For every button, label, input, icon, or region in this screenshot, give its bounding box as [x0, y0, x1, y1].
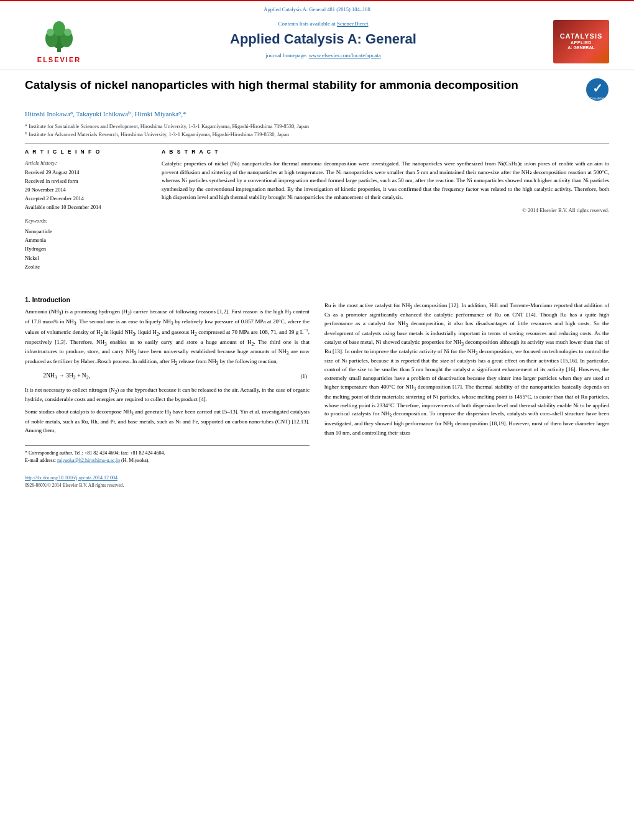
sciencedirect-url[interactable]: ScienceDirect: [337, 21, 368, 27]
affiliation-b: ᵇ Institute for Advanced Materials Resea…: [25, 131, 609, 139]
email-note: E-mail address: miyaoka@h2.hiroshima-u.a…: [25, 457, 310, 464]
abstract-copyright: © 2014 Elsevier B.V. All rights reserved…: [162, 207, 609, 215]
svg-point-4: [53, 21, 65, 36]
abstract-text: Catalytic properties of nickel (Ni) nano…: [162, 160, 609, 202]
article-header: Catalysis of nickel nanoparticles with h…: [0, 70, 634, 143]
keyword-5: Zeolite: [25, 262, 139, 271]
journal-homepage-url[interactable]: www.elsevier.com/locate/apcata: [309, 52, 381, 58]
section1-number: 1.: [25, 296, 30, 303]
received-revised-label: Received in revised form: [25, 178, 139, 185]
keyword-4: Nickel: [25, 254, 139, 262]
svg-point-5: [47, 29, 54, 36]
keyword-2: Ammonia: [25, 236, 139, 244]
elsevier-logo: ELSEVIER: [25, 20, 93, 65]
journal-center: Contents lists available at ScienceDirec…: [93, 20, 553, 60]
footer-bar: http://dx.doi.org/10.1016/j.apcata.2014.…: [25, 471, 310, 493]
keyword-3: Hydrogen: [25, 244, 139, 253]
catalysis-logo: CATALYSIS APPLIED A: GENERAL: [553, 20, 609, 63]
svg-text:✓: ✓: [592, 81, 603, 95]
affiliations: ᵃ Institute for Sustainable Sciences and…: [25, 122, 609, 139]
journal-header: Applied Catalysis A: General 481 (2015) …: [0, 0, 634, 65]
intro-para-2: It is not necessary to collect nitrogen …: [25, 386, 310, 435]
keywords-list: Nanoparticle Ammonia Hydrogen Nickel Zeo…: [25, 227, 139, 272]
affiliation-a: ᵃ Institute for Sustainable Sciences and…: [25, 122, 609, 131]
received-date: Received 29 August 2014: [25, 169, 139, 177]
elsevier-tree-icon: [40, 20, 78, 54]
intro-text-3: Some studies about catalysts to decompos…: [25, 408, 310, 435]
corresponding-author-note: * Corresponding author. Tel.: +81 82 424…: [25, 450, 310, 457]
catalysis-logo-text: CATALYSIS APPLIED A: GENERAL: [560, 32, 603, 51]
elsevier-label: ELSEVIER: [37, 55, 81, 65]
crossmark-icon: ✓ CrossMark: [586, 78, 609, 101]
crossmark-area: ✓ CrossMark: [586, 78, 609, 104]
available-online-date: Available online 10 December 2014: [25, 204, 139, 211]
equation-1: 2NH3 → 3H2 + N2, (1): [25, 372, 310, 381]
article-body: A R T I C L E I N F O Article history: R…: [0, 143, 634, 277]
journal-top-bar: ELSEVIER Contents lists available at Sci…: [25, 16, 609, 65]
history-label: Article history:: [25, 160, 139, 167]
journal-title-header: Applied Catalysis A: General: [106, 30, 541, 49]
journal-homepage-link: journal homepage: www.elsevier.com/locat…: [106, 52, 541, 60]
intro-text-2: It is not necessary to collect nitrogen …: [25, 386, 310, 404]
accepted-date: Accepted 2 December 2014: [25, 195, 139, 203]
keyword-1: Nanoparticle: [25, 227, 139, 236]
article-history-block: Article history: Received 29 August 2014…: [25, 160, 139, 211]
keywords-label: Keywords:: [25, 218, 139, 225]
equation-number-1: (1): [301, 372, 310, 381]
intro-para-1: Ammonia (NH3) is a promising hydrogen (H…: [25, 308, 310, 367]
abstract-col: A B S T R A C T Catalytic properties of …: [149, 143, 609, 277]
section1-title: Introduction: [32, 296, 70, 303]
intro-text-1: Ammonia (NH3) is a promising hydrogen (H…: [25, 308, 310, 367]
doi-link[interactable]: http://dx.doi.org/10.1016/j.apcata.2014.…: [25, 474, 310, 481]
footnote-area: * Corresponding author. Tel.: +81 82 424…: [25, 445, 310, 464]
doi-url[interactable]: http://dx.doi.org/10.1016/j.apcata.2014.…: [25, 475, 117, 481]
citation-bar: Applied Catalysis A: General 481 (2015) …: [25, 6, 609, 14]
col-left: 1. Introduction Ammonia (NH3) is a promi…: [25, 288, 310, 493]
col-right: Ru is the most active catalyst for NH3 d…: [324, 288, 609, 493]
page-wrapper: Applied Catalysis A: General 481 (2015) …: [0, 0, 634, 840]
right-col-text: Ru is the most active catalyst for NH3 d…: [324, 302, 609, 438]
article-title-row: Catalysis of nickel nanoparticles with h…: [25, 78, 609, 104]
right-para-1: Ru is the most active catalyst for NH3 d…: [324, 302, 609, 438]
keywords-block: Keywords: Nanoparticle Ammonia Hydrogen …: [25, 218, 139, 272]
sciencedirect-link[interactable]: Contents lists available at ScienceDirec…: [106, 20, 541, 28]
footer-copyright: 0926-860X/© 2014 Elsevier B.V. All right…: [25, 482, 310, 489]
article-info-col: A R T I C L E I N F O Article history: R…: [25, 143, 149, 277]
svg-point-6: [64, 29, 71, 36]
equation-text-1: 2NH3 → 3H2 + N2,: [25, 372, 301, 381]
revised-date: 20 November 2014: [25, 187, 139, 194]
abstract-title: A B S T R A C T: [162, 149, 609, 156]
main-content: 1. Introduction Ammonia (NH3) is a promi…: [0, 278, 634, 493]
article-info-title: A R T I C L E I N F O: [25, 149, 139, 156]
section1-heading: 1. Introduction: [25, 295, 310, 305]
svg-text:CrossMark: CrossMark: [590, 96, 605, 100]
article-title: Catalysis of nickel nanoparticles with h…: [25, 78, 518, 93]
email-link[interactable]: miyaoka@h2.hiroshima-u.ac.jp: [57, 458, 120, 463]
authors: Hitoshi Inokawaᵃ, Takayuki Ichikawaᵇ, Hi…: [25, 109, 609, 119]
